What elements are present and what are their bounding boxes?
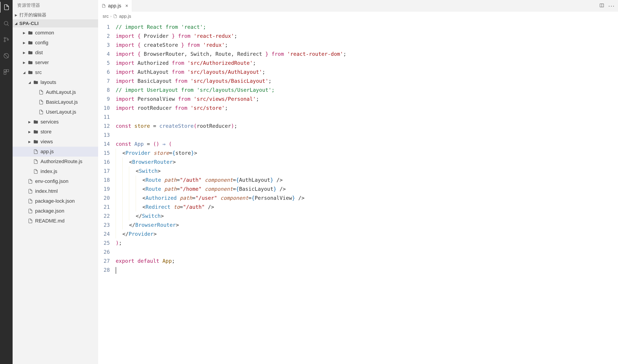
tree-item-label: AuthLayout.js	[46, 89, 76, 95]
file-index-html[interactable]: index.html	[13, 186, 98, 196]
tree-item-label: AuthorizedRoute.js	[40, 159, 82, 164]
file-package-lock-json[interactable]: package-lock.json	[13, 196, 98, 206]
explorer-icon[interactable]	[0, 2, 13, 13]
file-icon	[102, 4, 106, 8]
file-icon	[28, 179, 33, 184]
file-icon	[113, 14, 117, 18]
folder-layouts[interactable]: ◢layouts	[13, 78, 98, 87]
file-authorizedroute-js[interactable]: AuthorizedRoute.js	[13, 156, 98, 167]
file-icon	[33, 169, 38, 174]
code-line[interactable]	[116, 130, 346, 140]
tree-item-label: src	[35, 69, 42, 75]
tab-bar: app.js × ···	[98, 0, 618, 12]
file-authlayout-js[interactable]: AuthLayout.js	[13, 87, 98, 97]
file-index-js[interactable]: index.js	[13, 167, 98, 176]
close-icon[interactable]: ×	[125, 3, 128, 9]
folder-services[interactable]: ▶services	[13, 117, 98, 127]
code-line[interactable]: <Switch>	[116, 167, 346, 175]
file-env-config-json[interactable]: env-config.json	[13, 176, 98, 186]
search-icon[interactable]	[0, 18, 13, 29]
code-line[interactable]: import BasicLayout from 'src/layouts/Bas…	[116, 77, 346, 86]
tree-item-label: BasicLayout.js	[46, 99, 78, 105]
code-line[interactable]: import { BrowserRouter, Switch, Route, R…	[116, 50, 346, 58]
code-content[interactable]: // import React from 'react';import { Pr…	[114, 21, 346, 364]
chevron-right-icon: ▶	[23, 31, 26, 35]
extensions-icon[interactable]	[0, 66, 13, 78]
code-line[interactable]: const App = () ⇒ (	[116, 140, 346, 148]
line-number: 24	[100, 230, 110, 238]
folder-store[interactable]: ▶store	[13, 127, 98, 137]
code-line[interactable]: export default App;	[116, 257, 346, 265]
line-number: 4	[100, 50, 110, 58]
code-line[interactable]: <BrowserRouter>	[116, 157, 346, 167]
code-editor[interactable]: 1234567891011121314151617181920212223242…	[98, 21, 618, 364]
code-line[interactable]: <Redirect to="/auth" />	[116, 202, 346, 211]
more-actions-icon[interactable]: ···	[608, 3, 615, 9]
code-line[interactable]: </Provider>	[116, 230, 346, 238]
code-line[interactable]	[116, 265, 346, 274]
chevron-down-icon: ◢	[15, 22, 18, 25]
tab-label: app.js	[108, 3, 121, 9]
line-number: 1	[100, 23, 110, 31]
folder-icon	[33, 80, 38, 85]
file-basiclayout-js[interactable]: BasicLayout.js	[13, 97, 98, 107]
code-line[interactable]: import Authorized from 'src/AuthorizedRo…	[116, 58, 346, 67]
code-line[interactable]: import AuthLayout from 'src/layouts/Auth…	[116, 67, 346, 77]
file-package-json[interactable]: package.json	[13, 206, 98, 216]
code-line[interactable]	[116, 247, 346, 257]
line-number: 20	[100, 194, 110, 202]
file-app-js[interactable]: app.js	[13, 147, 98, 156]
line-number: 9	[100, 94, 110, 104]
debug-icon[interactable]	[0, 50, 13, 61]
split-editor-icon[interactable]	[599, 3, 604, 9]
breadcrumb-src[interactable]: src	[103, 14, 109, 19]
breadcrumbs[interactable]: src › app.js	[98, 12, 618, 21]
line-number: 21	[100, 202, 110, 211]
folder-dist[interactable]: ▶dist	[13, 48, 98, 58]
line-number: 19	[100, 184, 110, 194]
code-line[interactable]: <Route path="/auth" component={AuthLayou…	[116, 175, 346, 184]
project-header[interactable]: ◢ SPA-CLI	[13, 19, 98, 27]
code-line[interactable]: );	[116, 238, 346, 247]
file-icon	[28, 199, 33, 204]
code-line[interactable]: import PersonalView from 'src/views/Pers…	[116, 94, 346, 104]
tree-item-label: services	[40, 119, 59, 125]
folder-icon	[28, 40, 33, 45]
code-line[interactable]: <Provider store={store}>	[116, 148, 346, 157]
code-line[interactable]: // import React from 'react';	[116, 23, 346, 31]
tree-item-label: app.js	[40, 149, 54, 155]
code-line[interactable]: </Switch>	[116, 211, 346, 221]
breadcrumb-file[interactable]: app.js	[119, 14, 131, 19]
folder-common[interactable]: ▶common	[13, 28, 98, 38]
code-line[interactable]: <Route path="/home" component={BasicLayo…	[116, 184, 346, 194]
line-number: 25	[100, 238, 110, 247]
code-line[interactable]: import { createStore } from 'redux';	[116, 40, 346, 50]
code-line[interactable]	[116, 113, 346, 121]
line-number: 16	[100, 157, 110, 167]
line-number: 15	[100, 148, 110, 157]
source-control-icon[interactable]	[0, 34, 13, 45]
folder-server[interactable]: ▶server	[13, 58, 98, 67]
line-number: 17	[100, 167, 110, 175]
folder-src[interactable]: ◢src	[13, 67, 98, 78]
line-number: 26	[100, 247, 110, 257]
text-cursor	[116, 267, 116, 274]
open-editors-header[interactable]: ▶ 打开的编辑器	[13, 11, 98, 19]
code-line[interactable]: import rootReducer from 'src/store';	[116, 104, 346, 113]
chevron-right-icon: ▶	[15, 13, 18, 17]
line-number: 27	[100, 257, 110, 265]
tree-item-label: config	[35, 40, 48, 46]
code-line[interactable]: import { Provider } from 'react-redux';	[116, 31, 346, 40]
code-line[interactable]: </BrowserRouter>	[116, 221, 346, 230]
tab-app-js[interactable]: app.js ×	[98, 0, 132, 12]
folder-config[interactable]: ▶config	[13, 38, 98, 48]
line-number: 11	[100, 113, 110, 121]
code-line[interactable]: // import UserLayout from 'src/layouts/U…	[116, 86, 346, 94]
folder-views[interactable]: ▶views	[13, 137, 98, 147]
code-line[interactable]: <Authorized path="/user" component={Pers…	[116, 194, 346, 202]
file-readme-md[interactable]: README.md	[13, 216, 98, 226]
chevron-right-icon: ▶	[28, 120, 31, 124]
file-userlayout-js[interactable]: UserLayout.js	[13, 107, 98, 117]
code-line[interactable]: const store = createStore(rootReducer);	[116, 121, 346, 130]
line-number: 12	[100, 121, 110, 130]
